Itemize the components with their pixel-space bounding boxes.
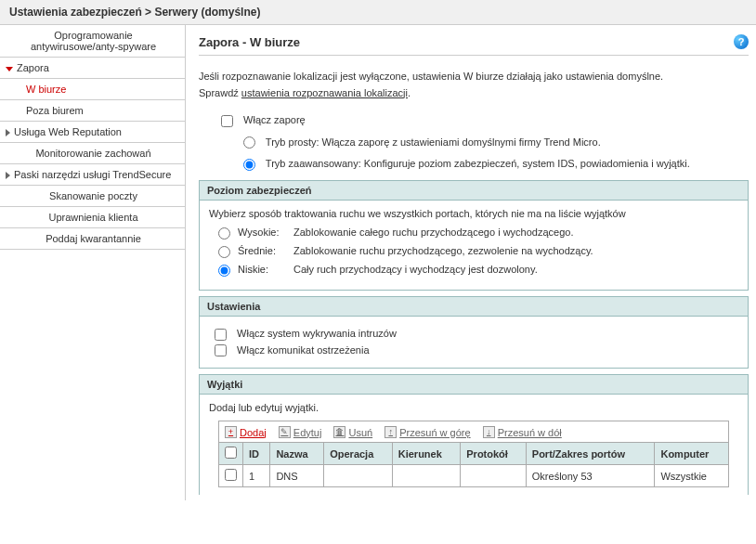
exceptions-toolbar: +Dodaj ✎Edytuj 🗑Usuń ↑Przesuń w górę ↓P [218, 421, 729, 443]
sidebar-item-web-reputation[interactable]: Usługa Web Reputation [0, 122, 185, 143]
sec-medium-text: Zablokowanie ruchu przychodzącego, zezwo… [293, 245, 738, 256]
cell-id: 1 [243, 465, 270, 487]
chevron-down-icon [6, 67, 13, 71]
add-button[interactable]: +Dodaj [225, 426, 267, 438]
sec-high-label: Wysokie: [238, 227, 293, 238]
move-down-button[interactable]: ↓Przesuń w dół [483, 426, 562, 438]
arrow-up-icon: ↑ [385, 426, 397, 438]
move-up-button[interactable]: ↑Przesuń w górę [385, 426, 470, 438]
trash-icon: 🗑 [333, 426, 345, 438]
col-port: Port/Zakres portów [526, 443, 655, 465]
sec-low-text: Cały ruch przychodzący i wychodzący jest… [293, 264, 738, 275]
cell-proto [461, 465, 527, 487]
col-id: ID [243, 443, 270, 465]
sec-medium-label: Średnie: [238, 245, 293, 256]
intro-line1: Jeśli rozpoznawanie lokalizacji jest wył… [199, 71, 663, 82]
main-content: Zapora - W biurze ? Jeśli rozpoznawanie … [186, 25, 756, 500]
sec-low-radio[interactable] [218, 265, 230, 277]
warn-label: Włącz komunikat ostrzeżenia [237, 344, 369, 356]
enable-firewall-label: Włącz zaporę [243, 114, 306, 125]
location-settings-link[interactable]: ustawienia rozpoznawania lokalizacji [241, 87, 408, 98]
exceptions-table: ID Nazwa Operacja Kierunek Protokół Port… [218, 442, 729, 487]
cell-dir [392, 465, 461, 487]
sidebar-item-trendsecure[interactable]: Paski narzędzi usługi TrendSecure [0, 164, 185, 186]
exceptions-panel: Wyjątki Dodaj lub edytuj wyjątki. +Dodaj… [199, 374, 749, 495]
ids-checkbox[interactable] [215, 329, 227, 341]
col-name: Nazwa [270, 443, 324, 465]
cell-port: Określony 53 [526, 465, 655, 487]
mode-advanced-label: Tryb zaawansowany: Konfiguruje poziom za… [266, 158, 690, 169]
sidebar-sub-out-of-office[interactable]: Poza biurem [0, 100, 185, 122]
breadcrumb: Ustawienia zabezpieczeń > Serwery (domyś… [0, 0, 756, 25]
col-dir: Kierunek [392, 443, 461, 465]
arrow-down-icon: ↓ [483, 426, 495, 438]
page-title: Zapora - W biurze [199, 35, 300, 49]
mode-simple-label: Tryb prosty: Włącza zaporę z ustawieniam… [266, 136, 601, 148]
move-up-label: Przesuń w górę [399, 427, 470, 438]
security-level-header: Poziom zabezpieczeń [200, 181, 748, 201]
cell-op [324, 465, 393, 487]
row-checkbox[interactable] [225, 469, 237, 481]
col-proto: Protokół [461, 443, 527, 465]
mode-advanced-radio[interactable] [243, 159, 255, 171]
table-row[interactable]: 1 DNS Określony 53 Wszystkie [219, 465, 729, 487]
sidebar-item-firewall[interactable]: Zapora [0, 58, 185, 79]
security-level-desc: Wybierz sposób traktowania ruchu we wszy… [209, 208, 738, 219]
enable-firewall-checkbox[interactable] [221, 115, 233, 127]
sec-low-label: Niskie: [238, 264, 293, 275]
sec-high-text: Zablokowanie całego ruchu przychodzącego… [293, 227, 738, 238]
exceptions-desc: Dodaj lub edytuj wyjątki. [209, 402, 738, 413]
add-label: Dodaj [240, 427, 267, 438]
sidebar: Oprogramowanie antywirusowe/anty-spyware… [0, 25, 186, 500]
plus-icon: + [225, 426, 237, 438]
select-all-checkbox[interactable] [225, 447, 237, 459]
ids-label: Włącz system wykrywania intruzów [237, 328, 397, 339]
sidebar-item-behavior[interactable]: Monitorowanie zachowań [0, 143, 185, 164]
col-comp: Komputer [655, 443, 729, 465]
settings-header: Ustawienia [200, 297, 748, 317]
col-op: Operacja [324, 443, 393, 465]
chevron-right-icon [6, 129, 10, 136]
sidebar-sub-in-office[interactable]: W biurze [0, 79, 185, 100]
sidebar-item-quarantine[interactable]: Poddaj kwarantannie [0, 228, 185, 250]
sidebar-item-antivirus[interactable]: Oprogramowanie antywirusowe/anty-spyware [0, 25, 185, 58]
sidebar-item-label: Paski narzędzi usługi TrendSecure [14, 169, 171, 180]
cell-comp: Wszystkie [655, 465, 729, 487]
cell-name: DNS [270, 465, 324, 487]
intro-text: Jeśli rozpoznawanie lokalizacji jest wył… [199, 69, 749, 101]
help-icon[interactable]: ? [734, 34, 749, 49]
intro-prefix: Sprawdź [199, 87, 241, 98]
sec-high-radio[interactable] [218, 227, 230, 240]
warn-checkbox[interactable] [215, 344, 227, 356]
chevron-right-icon [6, 172, 10, 179]
sidebar-item-label: Zapora [17, 62, 49, 73]
delete-button[interactable]: 🗑Usuń [333, 426, 372, 438]
mode-simple-radio[interactable] [243, 136, 255, 149]
edit-label: Edytuj [293, 427, 322, 438]
sidebar-item-label: Usługa Web Reputation [14, 126, 122, 137]
exceptions-header: Wyjątki [200, 375, 748, 395]
move-down-label: Przesuń w dół [498, 427, 562, 438]
sec-medium-radio[interactable] [218, 246, 230, 258]
settings-panel: Ustawienia Włącz system wykrywania intru… [199, 296, 749, 369]
sidebar-item-client-permissions[interactable]: Uprawnienia klienta [0, 207, 185, 228]
pencil-icon: ✎ [279, 426, 291, 438]
sidebar-item-mail-scan[interactable]: Skanowanie poczty [0, 186, 185, 207]
security-level-panel: Poziom zabezpieczeń Wybierz sposób trakt… [199, 180, 749, 291]
delete-label: Usuń [348, 427, 372, 438]
edit-button[interactable]: ✎Edytuj [279, 426, 322, 438]
